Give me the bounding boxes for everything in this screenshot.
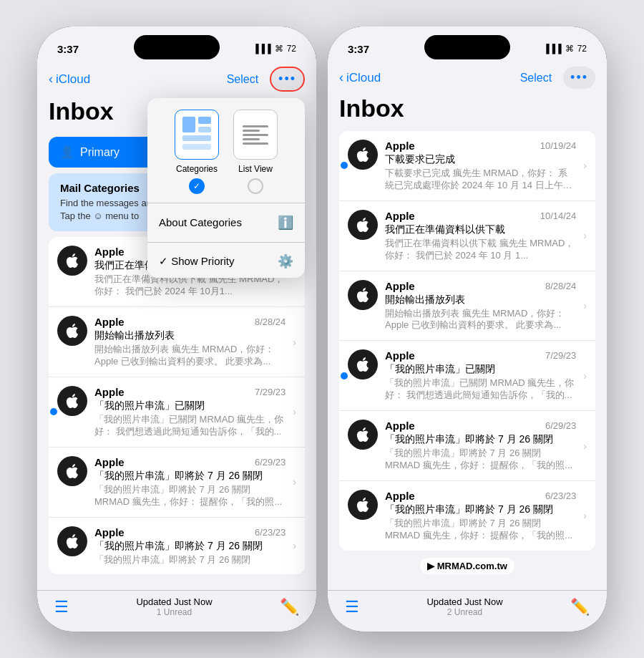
show-priority-item[interactable]: ✓ Show Priority ⚙️ bbox=[147, 245, 305, 278]
mail-preview-1-4: 「我的照片串流」即將於 7 月 26 關閉 bbox=[94, 554, 286, 566]
mail-date-1-3: 6/29/23 bbox=[255, 457, 286, 468]
mail-date-1-4: 6/23/23 bbox=[255, 527, 286, 538]
categories-icon-box bbox=[175, 110, 219, 160]
categories-option[interactable]: Categories ✓ bbox=[175, 110, 219, 194]
about-categories-item[interactable]: About Categories ℹ️ bbox=[147, 206, 305, 239]
mail-content-1-2: Apple 7/29/23 「我的照片串流」已關閉 「我的照片串流」已關閉 MR… bbox=[94, 386, 286, 438]
mail-item-1-3[interactable]: Apple 6/29/23 「我的照片串流」即將於 7 月 26 關閉 「我的照… bbox=[49, 447, 305, 518]
mailboxes-icon-2[interactable]: ☰ bbox=[345, 598, 359, 616]
apple-avatar-2-1 bbox=[348, 210, 378, 240]
mail-subject-1-2: 「我的照片串流」已關閉 bbox=[94, 400, 286, 412]
phone-1: 3:37 ▐▐▐ ⌘ 72 ‹ iCloud Select ••• bbox=[37, 26, 316, 632]
apple-avatar-2-3 bbox=[348, 349, 378, 379]
chevron-right-2-3: › bbox=[583, 370, 587, 382]
mail-subject-1-1: 開始輸出播放列表 bbox=[94, 329, 286, 342]
unread-dot-1-2 bbox=[50, 408, 57, 415]
person-icon: 👤 bbox=[60, 145, 74, 159]
mail-content-2-5: Apple 6/23/23 「我的照片串流」即將於 7 月 26 關閉 「我的照… bbox=[385, 490, 576, 542]
nav-bar-2: ‹ iCloud Select ••• bbox=[328, 64, 607, 95]
mail-content-2-1: Apple 10/14/24 我們正在準備資料以供下載 我們正在準備資料以供下載… bbox=[385, 210, 576, 262]
more-options-button-2[interactable]: ••• bbox=[563, 67, 595, 89]
mail-preview-2-4: 「我的照片串流」即將於 7 月 26 關閉 MRMAD 瘋先生，你好： 提醒你，… bbox=[385, 447, 576, 472]
mail-item-1-1[interactable]: Apple 8/28/24 開始輸出播放列表 開始輸出播放列表 瘋先生 MRMA… bbox=[49, 307, 305, 377]
more-options-button-1[interactable]: ••• bbox=[270, 67, 305, 92]
mail-date-2-4: 6/29/23 bbox=[545, 420, 576, 431]
apple-avatar-2-0 bbox=[348, 140, 378, 170]
compose-icon-1[interactable]: ✏️ bbox=[280, 598, 299, 616]
back-button-1[interactable]: ‹ iCloud bbox=[49, 72, 90, 87]
mail-sender-2-4: Apple bbox=[385, 420, 415, 432]
mail-content-1-4: Apple 6/23/23 「我的照片串流」即將於 7 月 26 關閉 「我的照… bbox=[94, 526, 286, 566]
page-title-area-2: Inbox bbox=[328, 95, 607, 128]
mail-item-2-5[interactable]: Apple 6/23/23 「我的照片串流」即將於 7 月 26 關閉 「我的照… bbox=[339, 481, 595, 551]
chevron-right-icon-1-2: › bbox=[293, 406, 296, 417]
chevron-right-icon-1-3: › bbox=[293, 476, 296, 488]
compose-icon-2[interactable]: ✏️ bbox=[570, 598, 590, 616]
svg-rect-3 bbox=[182, 135, 211, 141]
mail-content-2-2: Apple 8/28/24 開始輸出播放列表 開始輸出播放列表 瘋先生 MRMA… bbox=[385, 280, 576, 332]
mailboxes-icon-1[interactable]: ☰ bbox=[54, 598, 69, 616]
categories-radio[interactable]: ✓ bbox=[189, 178, 205, 194]
dynamic-island-2 bbox=[424, 35, 510, 59]
mail-item-2-1[interactable]: Apple 10/14/24 我們正在準備資料以供下載 我們正在準備資料以供下載… bbox=[339, 201, 595, 271]
mail-item-2-2[interactable]: Apple 8/28/24 開始輸出播放列表 開始輸出播放列表 瘋先生 MRMA… bbox=[339, 271, 595, 342]
unread-dot-2-3 bbox=[341, 372, 348, 379]
mail-sender-2-2: Apple bbox=[385, 280, 415, 292]
mail-item-1-2[interactable]: Apple 7/29/23 「我的照片串流」已關閉 「我的照片串流」已關閉 MR… bbox=[49, 377, 305, 447]
phones-container: 3:37 ▐▐▐ ⌘ 72 ‹ iCloud Select ••• bbox=[23, 12, 621, 646]
primary-label-1: Primary bbox=[80, 146, 119, 159]
mail-sender-2-0: Apple bbox=[385, 140, 415, 152]
chevron-right-2-1: › bbox=[583, 230, 587, 241]
nav-actions-2: Select ••• bbox=[514, 67, 595, 89]
mail-preview-2-2: 開始輸出播放列表 瘋先生 MRMAD，你好： Apple 已收到輸出資料的要求。… bbox=[385, 308, 576, 332]
select-button-2[interactable]: Select bbox=[514, 69, 557, 87]
list-view-option[interactable]: List View bbox=[233, 110, 278, 194]
apple-avatar-1-1 bbox=[57, 316, 87, 346]
unread-dot-2-0 bbox=[341, 162, 348, 169]
mail-item-2-0[interactable]: Apple 10/19/24 下載要求已完成 下載要求已完成 瘋先生 MRMAD… bbox=[339, 131, 595, 201]
scroll-content-2[interactable]: Apple 10/19/24 下載要求已完成 下載要求已完成 瘋先生 MRMAD… bbox=[328, 128, 607, 590]
select-button-1[interactable]: Select bbox=[221, 70, 264, 89]
back-button-2[interactable]: ‹ iCloud bbox=[339, 70, 381, 85]
gear-icon: ⚙️ bbox=[278, 253, 293, 269]
chevron-right-icon-1-1: › bbox=[293, 337, 296, 348]
apple-avatar-1-2 bbox=[57, 386, 87, 416]
mail-item-2-4[interactable]: Apple 6/29/23 「我的照片串流」即將於 7 月 26 關閉 「我的照… bbox=[339, 411, 595, 481]
dynamic-island bbox=[134, 35, 220, 59]
dropdown-menu[interactable]: Categories ✓ bbox=[147, 98, 305, 278]
apple-avatar-1-0 bbox=[57, 246, 87, 276]
mail-item-2-3[interactable]: Apple 7/29/23 「我的照片串流」已關閉 「我的照片串流」已關閉 MR… bbox=[339, 341, 595, 411]
chevron-right-2-2: › bbox=[583, 300, 587, 311]
mail-content-1-3: Apple 6/29/23 「我的照片串流」即將於 7 月 26 關閉 「我的照… bbox=[94, 456, 286, 508]
mail-subject-2-2: 開始輸出播放列表 bbox=[385, 294, 576, 306]
mail-item-1-4[interactable]: Apple 6/23/23 「我的照片串流」即將於 7 月 26 關閉 「我的照… bbox=[49, 518, 305, 575]
tab-bar-status-text-1: Updated Just Now bbox=[69, 596, 280, 607]
mail-preview-2-0: 下載要求已完成 瘋先生 MRMAD，你好： 系統已完成處理你於 2024 年 1… bbox=[385, 168, 576, 192]
chevron-right-icon-1-4: › bbox=[293, 540, 296, 551]
tab-bar-1: ☰ Updated Just Now 1 Unread ✏️ bbox=[37, 590, 316, 632]
tab-bar-unread-2: 2 Unread bbox=[359, 607, 570, 617]
dropdown-divider-2 bbox=[147, 242, 305, 243]
list-view-icon-box bbox=[233, 110, 278, 160]
mail-sender-1-1: Apple bbox=[94, 316, 125, 328]
phone-2: 3:37 ▐▐▐ ⌘ 72 ‹ iCloud Select ••• bbox=[328, 26, 607, 632]
mail-date-2-2: 8/28/24 bbox=[545, 281, 576, 291]
mail-date-2-0: 10/19/24 bbox=[540, 140, 577, 151]
apple-avatar-1-4 bbox=[57, 526, 87, 556]
status-icons-2: ▐▐▐ ⌘ 72 bbox=[543, 44, 587, 54]
back-label-2: iCloud bbox=[346, 71, 381, 85]
mail-preview-1-3: 「我的照片串流」即將於 7 月 26 關閉 MRMAD 瘋先生，你好： 提醒你，… bbox=[94, 484, 286, 508]
mail-preview-2-5: 「我的照片串流」即將於 7 月 26 關閉 MRMAD 瘋先生，你好： 提醒你，… bbox=[385, 518, 576, 542]
mail-subject-1-3: 「我的照片串流」即將於 7 月 26 關閉 bbox=[94, 470, 286, 483]
mail-sender-1-2: Apple bbox=[94, 386, 125, 398]
svg-rect-1 bbox=[198, 117, 211, 124]
apple-avatar-1-3 bbox=[57, 456, 87, 486]
mail-content-1-1: Apple 8/28/24 開始輸出播放列表 開始輸出播放列表 瘋先生 MRMA… bbox=[94, 316, 286, 368]
mail-subject-2-1: 我們正在準備資料以供下載 bbox=[385, 223, 576, 236]
mail-sender-2-3: Apple bbox=[385, 349, 415, 362]
list-view-radio[interactable] bbox=[248, 178, 263, 194]
signal-icon: ▐▐▐ bbox=[253, 44, 271, 54]
info-icon: ℹ️ bbox=[278, 215, 293, 231]
mail-preview-1-2: 「我的照片串流」已關閉 MRMAD 瘋先生，你好： 我們想透過此簡短通知告訴你，… bbox=[94, 414, 286, 438]
chevron-left-icon-1: ‹ bbox=[49, 72, 53, 87]
